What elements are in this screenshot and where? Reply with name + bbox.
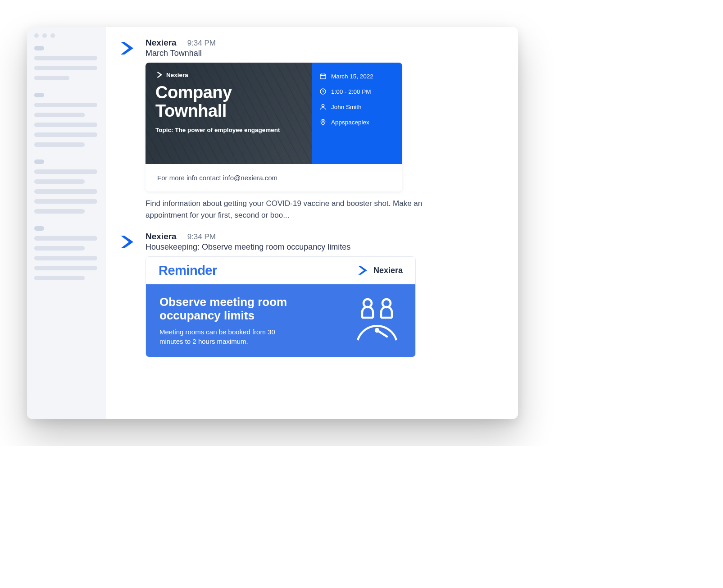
nexiera-logo-icon — [155, 71, 164, 79]
meta-time-value: 1:00 - 2:00 PM — [331, 88, 371, 95]
location-icon — [319, 119, 327, 126]
card-footer: For more info contact info@nexiera.com — [146, 164, 402, 191]
reminder-subtext: Meeting rooms can be booked from 30 minu… — [159, 327, 295, 346]
reminder-brand: Nexiera — [356, 264, 403, 277]
meta-host-value: John Smith — [331, 104, 362, 110]
clock-icon — [319, 88, 327, 95]
post-header: Nexiera 9:34 PM — [146, 232, 500, 242]
reminder-label: Reminder — [159, 263, 217, 278]
calendar-icon — [319, 73, 327, 80]
nexiera-logo-icon — [118, 39, 136, 57]
post-header: Nexiera 9:34 PM — [146, 38, 500, 48]
card-meta-panel: March 15, 2022 1:00 - 2:00 PM John Smith — [312, 63, 402, 164]
person-icon — [319, 103, 327, 110]
reminder-card[interactable]: Reminder Nexiera Observe meeting room oc… — [146, 256, 416, 357]
card-heading: Company Townhall — [155, 83, 302, 120]
reminder-header: Reminder Nexiera — [146, 257, 415, 284]
avatar — [117, 232, 137, 252]
reminder-brand-label: Nexiera — [373, 266, 403, 275]
feed-post: Nexiera 9:34 PM Housekeeping: Observe me… — [117, 232, 500, 357]
meta-location-value: Appspaceplex — [331, 119, 369, 126]
nexiera-logo-icon — [118, 233, 136, 251]
townhall-card[interactable]: Nexiera Company Townhall Topic: The powe… — [146, 63, 402, 191]
meta-host: John Smith — [319, 103, 395, 110]
svg-point-3 — [322, 121, 323, 122]
feed-post: Nexiera 9:34 PM March Townhall Nexiera C… — [117, 38, 500, 222]
nexiera-logo-icon — [356, 264, 369, 277]
meta-time: 1:00 - 2:00 PM — [319, 88, 395, 95]
card-brand: Nexiera — [155, 71, 302, 79]
sidebar-section — [34, 46, 99, 80]
sidebar-section — [34, 160, 99, 214]
meta-date: March 15, 2022 — [319, 73, 395, 80]
avatar — [117, 38, 137, 59]
occupancy-icon — [352, 295, 402, 345]
post-timestamp: 9:34 PM — [187, 39, 216, 48]
post-title: Housekeeping: Observe meeting room occup… — [146, 242, 500, 252]
post-author: Nexiera — [146, 38, 177, 48]
card-hero: Nexiera Company Townhall Topic: The powe… — [146, 63, 312, 164]
sidebar-section — [34, 226, 99, 280]
meta-location: Appspaceplex — [319, 119, 395, 126]
sidebar — [27, 27, 106, 419]
svg-rect-0 — [320, 74, 326, 79]
post-title: March Townhall — [146, 49, 500, 58]
window-controls[interactable] — [34, 33, 99, 38]
meta-date-value: March 15, 2022 — [331, 73, 373, 80]
post-timestamp: 9:34 PM — [187, 232, 216, 242]
reminder-heading: Observe meeting room occupancy limits — [159, 295, 343, 323]
post-author: Nexiera — [146, 232, 177, 242]
app-window: Nexiera 9:34 PM March Townhall Nexiera C… — [27, 27, 518, 419]
post-description: Find information about getting your COVI… — [146, 198, 434, 222]
sidebar-section — [34, 93, 99, 147]
card-brand-label: Nexiera — [166, 72, 188, 78]
message-feed[interactable]: Nexiera 9:34 PM March Townhall Nexiera C… — [106, 27, 518, 419]
svg-point-2 — [322, 105, 324, 107]
reminder-body: Observe meeting room occupancy limits Me… — [146, 284, 415, 357]
card-topic: Topic: The power of employee engagement — [155, 127, 302, 133]
svg-point-6 — [376, 329, 378, 332]
